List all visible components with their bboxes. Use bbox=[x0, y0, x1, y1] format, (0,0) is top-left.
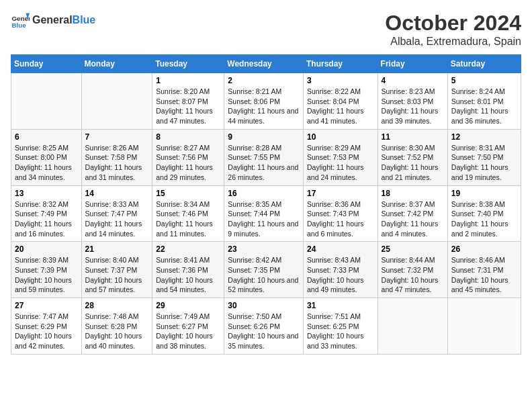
calendar-cell: 12Sunrise: 8:31 AM Sunset: 7:50 PM Dayli… bbox=[447, 129, 521, 185]
calendar-cell: 22Sunrise: 8:41 AM Sunset: 7:36 PM Dayli… bbox=[152, 242, 224, 298]
day-number: 28 bbox=[85, 301, 149, 310]
day-number: 4 bbox=[382, 76, 444, 85]
day-info: Sunrise: 8:39 AM Sunset: 7:39 PM Dayligh… bbox=[15, 255, 78, 295]
weekday-header-monday: Monday bbox=[81, 55, 152, 73]
calendar-cell: 16Sunrise: 8:35 AM Sunset: 7:44 PM Dayli… bbox=[224, 185, 304, 242]
calendar-cell: 23Sunrise: 8:42 AM Sunset: 7:35 PM Dayli… bbox=[224, 242, 304, 298]
day-number: 17 bbox=[307, 189, 374, 198]
calendar-cell: 6Sunrise: 8:25 AM Sunset: 8:00 PM Daylig… bbox=[11, 129, 82, 185]
calendar-cell: 25Sunrise: 8:44 AM Sunset: 7:32 PM Dayli… bbox=[378, 242, 447, 298]
day-info: Sunrise: 8:32 AM Sunset: 7:49 PM Dayligh… bbox=[15, 199, 78, 239]
day-number: 8 bbox=[156, 132, 220, 142]
calendar-cell: 10Sunrise: 8:29 AM Sunset: 7:53 PM Dayli… bbox=[303, 129, 378, 185]
weekday-header-wednesday: Wednesday bbox=[224, 55, 304, 73]
calendar-cell: 7Sunrise: 8:26 AM Sunset: 7:58 PM Daylig… bbox=[81, 129, 152, 185]
calendar-cell: 14Sunrise: 8:33 AM Sunset: 7:47 PM Dayli… bbox=[81, 185, 152, 242]
calendar-cell: 9Sunrise: 8:28 AM Sunset: 7:55 PM Daylig… bbox=[224, 129, 304, 185]
calendar-cell: 4Sunrise: 8:23 AM Sunset: 8:03 PM Daylig… bbox=[378, 73, 447, 130]
calendar-cell: 8Sunrise: 8:27 AM Sunset: 7:56 PM Daylig… bbox=[152, 129, 224, 185]
calendar-cell: 15Sunrise: 8:34 AM Sunset: 7:46 PM Dayli… bbox=[152, 185, 224, 242]
day-info: Sunrise: 7:50 AM Sunset: 6:26 PM Dayligh… bbox=[228, 312, 300, 351]
calendar-cell: 28Sunrise: 7:48 AM Sunset: 6:28 PM Dayli… bbox=[81, 298, 152, 355]
day-info: Sunrise: 7:47 AM Sunset: 6:29 PM Dayligh… bbox=[15, 312, 78, 351]
calendar-cell bbox=[81, 73, 152, 130]
calendar-week-row: 20Sunrise: 8:39 AM Sunset: 7:39 PM Dayli… bbox=[11, 242, 521, 298]
day-info: Sunrise: 8:25 AM Sunset: 8:00 PM Dayligh… bbox=[15, 143, 78, 183]
calendar-week-row: 13Sunrise: 8:32 AM Sunset: 7:49 PM Dayli… bbox=[11, 185, 521, 242]
calendar-cell: 31Sunrise: 7:51 AM Sunset: 6:25 PM Dayli… bbox=[303, 298, 378, 355]
day-info: Sunrise: 8:41 AM Sunset: 7:36 PM Dayligh… bbox=[156, 255, 220, 295]
day-number: 23 bbox=[228, 244, 300, 254]
calendar-cell: 3Sunrise: 8:22 AM Sunset: 8:04 PM Daylig… bbox=[303, 73, 378, 130]
day-info: Sunrise: 7:49 AM Sunset: 6:27 PM Dayligh… bbox=[156, 312, 220, 351]
day-number: 25 bbox=[382, 244, 444, 254]
calendar-week-row: 6Sunrise: 8:25 AM Sunset: 8:00 PM Daylig… bbox=[11, 129, 521, 185]
day-info: Sunrise: 8:36 AM Sunset: 7:43 PM Dayligh… bbox=[307, 199, 374, 239]
calendar-cell: 18Sunrise: 8:37 AM Sunset: 7:42 PM Dayli… bbox=[378, 185, 447, 242]
month-title: October 2024 bbox=[385, 11, 521, 36]
day-info: Sunrise: 8:31 AM Sunset: 7:50 PM Dayligh… bbox=[451, 143, 517, 183]
logo: General Blue GeneralBlue bbox=[11, 11, 95, 30]
page-header: General Blue GeneralBlue October 2024 Al… bbox=[11, 11, 521, 48]
day-number: 31 bbox=[307, 301, 374, 310]
calendar-cell: 11Sunrise: 8:30 AM Sunset: 7:52 PM Dayli… bbox=[378, 129, 447, 185]
calendar-cell: 29Sunrise: 7:49 AM Sunset: 6:27 PM Dayli… bbox=[152, 298, 224, 355]
calendar-table: SundayMondayTuesdayWednesdayThursdayFrid… bbox=[11, 54, 521, 355]
day-info: Sunrise: 8:46 AM Sunset: 7:31 PM Dayligh… bbox=[451, 255, 517, 295]
calendar-cell: 5Sunrise: 8:24 AM Sunset: 8:01 PM Daylig… bbox=[447, 73, 521, 130]
day-number: 3 bbox=[307, 76, 374, 85]
calendar-cell: 19Sunrise: 8:38 AM Sunset: 7:40 PM Dayli… bbox=[447, 185, 521, 242]
day-number: 5 bbox=[451, 76, 517, 85]
calendar-cell: 13Sunrise: 8:32 AM Sunset: 7:49 PM Dayli… bbox=[11, 185, 82, 242]
day-number: 20 bbox=[15, 244, 78, 254]
calendar-cell bbox=[11, 73, 82, 130]
day-number: 30 bbox=[228, 301, 300, 310]
day-number: 19 bbox=[451, 189, 517, 198]
day-info: Sunrise: 8:27 AM Sunset: 7:56 PM Dayligh… bbox=[156, 143, 220, 183]
day-info: Sunrise: 8:34 AM Sunset: 7:46 PM Dayligh… bbox=[156, 199, 220, 239]
day-info: Sunrise: 7:51 AM Sunset: 6:25 PM Dayligh… bbox=[307, 312, 374, 351]
day-number: 12 bbox=[451, 132, 517, 142]
weekday-header-saturday: Saturday bbox=[447, 55, 521, 73]
day-number: 16 bbox=[228, 189, 300, 198]
calendar-cell: 2Sunrise: 8:21 AM Sunset: 8:06 PM Daylig… bbox=[224, 73, 304, 130]
day-info: Sunrise: 8:23 AM Sunset: 8:03 PM Dayligh… bbox=[382, 87, 444, 126]
day-info: Sunrise: 8:21 AM Sunset: 8:06 PM Dayligh… bbox=[228, 87, 300, 126]
day-info: Sunrise: 8:40 AM Sunset: 7:37 PM Dayligh… bbox=[85, 255, 149, 295]
day-number: 18 bbox=[382, 189, 444, 198]
day-number: 24 bbox=[307, 244, 374, 254]
day-info: Sunrise: 8:20 AM Sunset: 8:07 PM Dayligh… bbox=[156, 87, 220, 126]
calendar-cell: 27Sunrise: 7:47 AM Sunset: 6:29 PM Dayli… bbox=[11, 298, 82, 355]
day-number: 21 bbox=[85, 244, 149, 254]
day-info: Sunrise: 8:30 AM Sunset: 7:52 PM Dayligh… bbox=[382, 143, 444, 183]
day-info: Sunrise: 8:28 AM Sunset: 7:55 PM Dayligh… bbox=[228, 143, 300, 183]
weekday-header-sunday: Sunday bbox=[11, 55, 82, 73]
calendar-cell: 30Sunrise: 7:50 AM Sunset: 6:26 PM Dayli… bbox=[224, 298, 304, 355]
weekday-header-friday: Friday bbox=[378, 55, 447, 73]
logo-icon: General Blue bbox=[11, 11, 30, 30]
day-number: 7 bbox=[85, 132, 149, 142]
calendar-week-row: 27Sunrise: 7:47 AM Sunset: 6:29 PM Dayli… bbox=[11, 298, 521, 355]
calendar-cell: 26Sunrise: 8:46 AM Sunset: 7:31 PM Dayli… bbox=[447, 242, 521, 298]
day-info: Sunrise: 8:35 AM Sunset: 7:44 PM Dayligh… bbox=[228, 199, 300, 239]
calendar-cell: 17Sunrise: 8:36 AM Sunset: 7:43 PM Dayli… bbox=[303, 185, 378, 242]
location-title: Albala, Extremadura, Spain bbox=[385, 36, 521, 48]
day-info: Sunrise: 8:42 AM Sunset: 7:35 PM Dayligh… bbox=[228, 255, 300, 295]
day-number: 11 bbox=[382, 132, 444, 142]
title-area: October 2024 Albala, Extremadura, Spain bbox=[385, 11, 521, 48]
weekday-header-thursday: Thursday bbox=[303, 55, 378, 73]
day-info: Sunrise: 8:38 AM Sunset: 7:40 PM Dayligh… bbox=[451, 199, 517, 239]
day-number: 27 bbox=[15, 301, 78, 310]
day-number: 26 bbox=[451, 244, 517, 254]
day-number: 1 bbox=[156, 76, 220, 85]
calendar-week-row: 1Sunrise: 8:20 AM Sunset: 8:07 PM Daylig… bbox=[11, 73, 521, 130]
calendar-cell: 24Sunrise: 8:43 AM Sunset: 7:33 PM Dayli… bbox=[303, 242, 378, 298]
day-info: Sunrise: 8:26 AM Sunset: 7:58 PM Dayligh… bbox=[85, 143, 149, 183]
calendar-cell bbox=[378, 298, 447, 355]
day-number: 2 bbox=[228, 76, 300, 85]
day-info: Sunrise: 8:43 AM Sunset: 7:33 PM Dayligh… bbox=[307, 255, 374, 295]
day-info: Sunrise: 8:22 AM Sunset: 8:04 PM Dayligh… bbox=[307, 87, 374, 126]
day-info: Sunrise: 8:33 AM Sunset: 7:47 PM Dayligh… bbox=[85, 199, 149, 239]
day-info: Sunrise: 7:48 AM Sunset: 6:28 PM Dayligh… bbox=[85, 312, 149, 351]
day-number: 9 bbox=[228, 132, 300, 142]
